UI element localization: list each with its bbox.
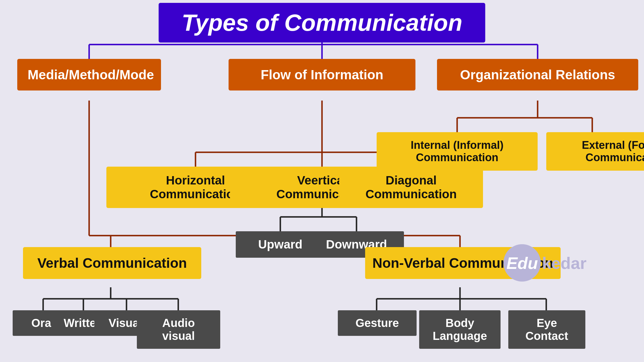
- media-method-mode-label: Media/Method/Mode: [28, 67, 154, 82]
- org-relations-label: Organizational Relations: [460, 67, 615, 82]
- watermark-kedar-text: kedar: [542, 253, 586, 273]
- org-relations-box: Organizational Relations: [437, 59, 638, 90]
- gesture-box: Gesture: [338, 310, 417, 336]
- verbal-communication-box: Verbal Communication: [23, 247, 201, 279]
- watermark-circle: Edu: [503, 244, 541, 282]
- eye-contact-box: Eye Contact: [508, 310, 585, 349]
- flow-information-box: Flow of Information: [229, 59, 415, 90]
- title-box: Types of Communication: [159, 3, 485, 43]
- diagonal-communication-box: DiagonalCommunication: [339, 167, 483, 208]
- title-text: Types of Communication: [182, 9, 462, 36]
- diagonal-communication-label: DiagonalCommunication: [365, 174, 457, 201]
- watermark-edu-text: Edu: [506, 253, 538, 273]
- watermark: Edu kedar: [503, 244, 586, 282]
- body-language-box: Body Language: [419, 310, 501, 349]
- body-language-label: Body Language: [433, 317, 487, 342]
- upward-label: Upward: [258, 238, 302, 251]
- audiovisual-box: Audio visual: [137, 310, 220, 349]
- gesture-label: Gesture: [355, 317, 399, 329]
- eye-contact-label: Eye Contact: [526, 317, 568, 342]
- media-method-mode-box: Media/Method/Mode: [17, 59, 161, 90]
- internal-communication-label: Internal (Informal)Communication: [411, 139, 503, 163]
- oral-label: Oral: [31, 317, 54, 329]
- audiovisual-label: Audio visual: [162, 317, 195, 342]
- external-communication-label: External (Formal)Communication: [582, 139, 644, 163]
- horizontal-communication-label: HorizontalCommunication: [150, 174, 241, 201]
- external-communication-box: External (Formal)Communication: [546, 132, 644, 171]
- internal-communication-box: Internal (Informal)Communication: [377, 132, 538, 171]
- flow-information-label: Flow of Information: [261, 67, 384, 82]
- verbal-communication-label: Verbal Communication: [37, 255, 187, 271]
- main-container: Types of Communication Media/Method/Mode…: [0, 0, 644, 362]
